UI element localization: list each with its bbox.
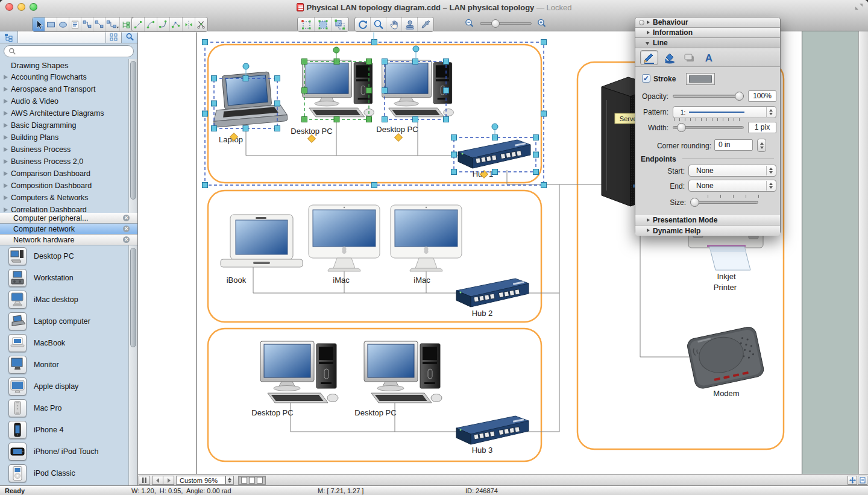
corner-rounding-field[interactable]: 0 in [714, 139, 753, 151]
ibook-node[interactable] [221, 215, 303, 267]
selection-handle[interactable] [212, 101, 217, 106]
selection-handle[interactable] [275, 76, 280, 81]
selection-handle[interactable] [382, 59, 388, 65]
zoom-level-stepper[interactable] [225, 476, 234, 485]
close-library-icon[interactable]: ✕ [123, 225, 130, 232]
printer-label-line1[interactable]: Inkjet [717, 272, 735, 281]
zoom-in-icon[interactable] [536, 18, 547, 29]
selection-handle[interactable] [212, 126, 217, 131]
selection-handle[interactable] [444, 59, 449, 65]
stamp-tool[interactable] [402, 17, 418, 31]
shape-item-imac-desktop[interactable]: iMac desktop [0, 289, 137, 311]
shape-item-laptop-computer[interactable]: Laptop computer [0, 311, 137, 332]
selection-handle[interactable] [366, 88, 372, 93]
rotation-handle[interactable] [243, 63, 249, 69]
shape-item-desktop-pc[interactable]: Desktop PC [0, 245, 137, 267]
library-tab-computer-peripheral[interactable]: Computer peripheral...✕ [0, 213, 137, 224]
shape-item-mac-pro[interactable]: Mac Pro [0, 397, 137, 419]
selection-handle[interactable] [366, 117, 372, 122]
stroke-style-tab[interactable] [640, 50, 658, 65]
eyedropper-tool[interactable] [418, 17, 433, 31]
rotate-view-tool[interactable] [355, 17, 371, 31]
panel-dot-icon[interactable] [639, 20, 644, 25]
shape-item-iphone-4[interactable]: iPhone 4 [0, 419, 137, 441]
shape-item-macbook[interactable]: MacBook [0, 332, 137, 354]
category-aerospace-transport[interactable]: Aerospace and Transport [0, 83, 137, 95]
endpoint-size-knob[interactable] [690, 198, 699, 207]
desktop-pc-label-3[interactable]: Desktop PC [251, 408, 293, 417]
fill-style-tab[interactable] [660, 50, 678, 65]
split-tool[interactable] [195, 17, 207, 31]
selection-handle[interactable] [533, 135, 539, 140]
page-overview-button[interactable] [858, 476, 867, 485]
width-slider-knob[interactable] [677, 123, 686, 132]
next-page-button[interactable] [163, 476, 174, 485]
selection-handle[interactable] [413, 59, 418, 65]
desktop-pc-label-2[interactable]: Desktop PC [376, 125, 418, 134]
selection-handle[interactable] [243, 126, 248, 131]
library-tab-computer-network[interactable]: Computer network✕ [0, 224, 137, 235]
opacity-value-field[interactable]: 100% [748, 90, 776, 102]
category-composition-dashboard[interactable]: Composition Dashboard [0, 180, 137, 192]
category-scroll-thumb[interactable] [130, 61, 136, 200]
imac-label-2[interactable]: iMac [414, 276, 430, 285]
text-style-tab[interactable]: A [700, 50, 718, 65]
selection-handle[interactable] [541, 40, 547, 45]
previous-page-button[interactable] [152, 476, 163, 485]
category-building-plans[interactable]: Building Plans [0, 131, 137, 143]
search-view-tab[interactable] [122, 31, 137, 43]
width-slider[interactable] [673, 126, 744, 129]
selection-handle[interactable] [372, 183, 377, 188]
selection-handle[interactable] [492, 169, 498, 175]
selection-handle[interactable] [451, 135, 457, 140]
endpoint-start-select[interactable]: None [688, 165, 776, 177]
modem-label[interactable]: Modem [713, 389, 739, 398]
selection-handle[interactable] [533, 152, 539, 157]
shape-item-ipod-classic[interactable]: iPod Classic [0, 462, 137, 484]
selection-handle[interactable] [275, 101, 280, 106]
pause-layout-button[interactable] [139, 476, 150, 485]
selection-handle[interactable] [413, 117, 418, 122]
direct-connector-tool[interactable] [93, 17, 105, 31]
pattern-select[interactable]: 1: [673, 106, 776, 118]
hub2-label[interactable]: Hub 2 [472, 309, 493, 318]
inspector-section-behaviour[interactable]: Behaviour [635, 17, 780, 28]
canvas-vertical-scrollbar[interactable] [858, 31, 868, 474]
category-computers-networks[interactable]: Computers & Networks [0, 192, 137, 204]
bezier-connector-tool[interactable] [105, 17, 120, 31]
inspector-section-presentation-mode[interactable]: Presentation Mode [635, 215, 780, 225]
rotation-handle[interactable] [492, 124, 498, 130]
ungroup-tool[interactable] [332, 17, 348, 31]
selection-handle[interactable] [451, 169, 457, 175]
category-audio-video[interactable]: Audio & Video [0, 95, 137, 107]
opacity-slider[interactable] [673, 95, 744, 98]
library-search-input[interactable] [19, 47, 116, 55]
drawing-shapes-header[interactable]: Drawing Shapes [0, 59, 137, 71]
inspector-section-information[interactable]: Information [635, 28, 780, 38]
stepper-icon[interactable] [766, 181, 775, 191]
arc-tool[interactable] [145, 17, 157, 31]
shape-scroll-thumb[interactable] [130, 248, 136, 347]
category-basic-diagramming[interactable]: Basic Diagramming [0, 119, 137, 131]
library-blank-tab[interactable] [18, 31, 106, 43]
selection-handle[interactable] [372, 40, 377, 45]
selection-handle[interactable] [451, 152, 457, 157]
ellipse-tool[interactable] [57, 17, 69, 31]
library-tab-network-hardware[interactable]: Network hardware✕ [0, 235, 137, 245]
select-tool[interactable] [33, 17, 45, 31]
imac-label-1[interactable]: iMac [333, 276, 350, 285]
add-vertex-tool[interactable] [183, 17, 195, 31]
fullscreen-icon[interactable] [855, 3, 863, 10]
selection-handle[interactable] [275, 126, 280, 131]
text-tool[interactable] [69, 17, 81, 31]
selection-handle[interactable] [382, 117, 388, 122]
library-search-box[interactable] [4, 45, 134, 57]
ibook-label[interactable]: iBook [227, 276, 247, 285]
rotation-handle[interactable] [333, 47, 339, 53]
tree-view-tab[interactable] [0, 31, 18, 43]
selection-handle[interactable] [212, 76, 217, 81]
shape-item-monitor[interactable]: Monitor [0, 354, 137, 376]
selection-handle[interactable] [203, 183, 208, 188]
shadow-style-tab[interactable] [680, 50, 698, 65]
page-button-3[interactable] [257, 477, 263, 484]
